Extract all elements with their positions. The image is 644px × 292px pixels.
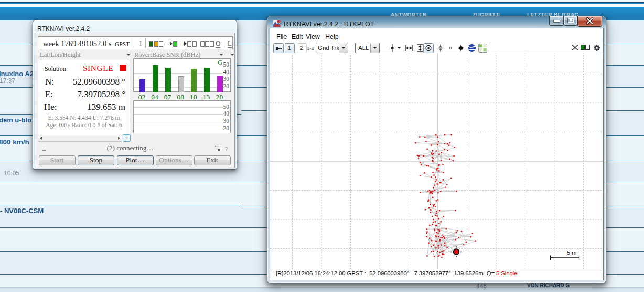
svg-text:5 m: 5 m	[567, 249, 576, 256]
